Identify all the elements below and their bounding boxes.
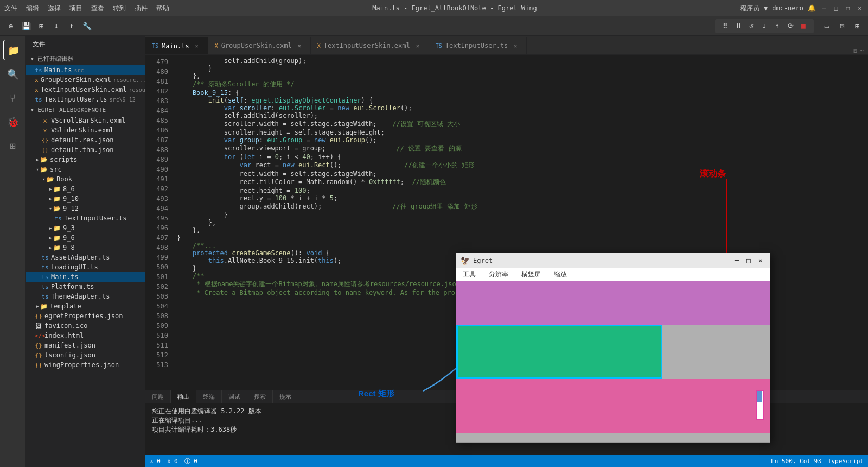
menu-file[interactable]: 文件 xyxy=(4,4,17,13)
tab-main-ts[interactable]: TS Main.ts ✕ xyxy=(145,37,208,54)
download-button[interactable]: ⬇ xyxy=(50,20,63,33)
tab-textinput-skin-close[interactable]: ✕ xyxy=(413,42,422,49)
debug-step-in[interactable]: ↑ xyxy=(771,20,783,32)
tab-groupuserskin[interactable]: X GroupUserSkin.exml ✕ xyxy=(208,37,311,54)
tab-textinput-ts[interactable]: TS TextInputUser.ts ✕ xyxy=(429,37,527,54)
manifest-file[interactable]: {} manifest.json xyxy=(26,340,145,350)
egret-maximize-button[interactable]: □ xyxy=(744,256,754,266)
json-file-icon: {} xyxy=(41,137,49,144)
new-file-button[interactable]: ⊕ xyxy=(4,20,17,33)
layout-split[interactable]: ⧈ xyxy=(835,20,848,33)
open-file-textinput-ts[interactable]: ts TextInputUser.ts src\9_12 xyxy=(26,94,145,104)
index-html-file[interactable]: </> index.html xyxy=(26,331,145,340)
tab-textinput-ts-close[interactable]: ✕ xyxy=(511,42,520,49)
assetadapter-file[interactable]: ts AssetAdapter.ts xyxy=(26,253,145,262)
line-numbers: 479 480 481 482 483 484 485 486 487 488 … xyxy=(145,55,173,390)
user-dropdown[interactable]: ▼ xyxy=(764,4,768,12)
folder-9_6[interactable]: ▶ 📁 9_6 xyxy=(26,233,145,243)
menu-select[interactable]: 选择 xyxy=(48,4,61,13)
debug-reload[interactable]: ⟳ xyxy=(784,20,796,32)
open-file-group-user-skin[interactable]: x GroupUserSkin.exml resourc... xyxy=(26,75,145,85)
menu-project[interactable]: 项目 xyxy=(69,4,82,13)
sidebar-search-icon[interactable]: 🔍 xyxy=(3,64,23,84)
menu-view[interactable]: 查看 xyxy=(91,4,104,13)
8_6-arrow-icon: ▶ xyxy=(48,186,53,192)
book-folder[interactable]: ▾ 📂 Book xyxy=(26,174,145,184)
vsliderskin-file[interactable]: x VSliderSkin.exml xyxy=(26,125,145,135)
tab-main-ts-close[interactable]: ✕ xyxy=(193,42,201,49)
tab-groupuserskin-close[interactable]: ✕ xyxy=(295,42,304,49)
default-thm-file[interactable]: {} default.thm.json xyxy=(26,145,145,155)
folder-9_10[interactable]: ▶ 📁 9_10 xyxy=(26,194,145,204)
debug-stop[interactable]: ■ xyxy=(797,20,809,32)
sidebar-extensions-icon[interactable]: ⊞ xyxy=(3,136,23,155)
open-editors-section[interactable]: ▾ 已打开编辑器 xyxy=(26,53,145,65)
tab-output[interactable]: 输出 xyxy=(171,390,196,403)
favicon-file[interactable]: 🖼 favicon.ico xyxy=(26,321,145,331)
layout-grid[interactable]: ⊞ xyxy=(851,20,864,33)
main-ts-file[interactable]: ts Main.ts xyxy=(26,272,145,282)
wingproperties-file[interactable]: {} wingProperties.json xyxy=(26,360,145,370)
maximize-button[interactable]: □ xyxy=(832,4,840,12)
folder-8_6[interactable]: ▶ 📁 8_6 xyxy=(26,184,145,194)
folder-9_8[interactable]: ▶ 📁 9_8 xyxy=(26,243,145,253)
default-res-file[interactable]: {} default.res.json xyxy=(26,135,145,145)
themeadapter-file[interactable]: ts ThemeAdapter.ts xyxy=(26,292,145,301)
folder-icon: 📂 xyxy=(40,156,48,163)
textinput-ts-file[interactable]: ts TextInputUser.ts xyxy=(26,213,145,223)
open-file-main-ts[interactable]: ts Main.ts src xyxy=(26,65,145,75)
layout-single[interactable]: ▭ xyxy=(820,20,833,33)
egret-close-button[interactable]: ✕ xyxy=(756,256,765,266)
tab-search[interactable]: 搜索 xyxy=(247,390,273,403)
tab-hints[interactable]: 提示 xyxy=(273,390,298,403)
code-line-496: rect.height = 100; xyxy=(173,187,868,194)
more-actions-button[interactable]: ⋯ xyxy=(860,47,864,54)
sidebar-git-icon[interactable]: ⑂ xyxy=(3,88,23,108)
platform-file[interactable]: ts Platform.ts xyxy=(26,282,145,292)
tab-terminal[interactable]: 终端 xyxy=(196,390,222,403)
9_10-folder-icon: 📁 xyxy=(53,195,61,203)
egret-menu-zoom[interactable]: 缩放 xyxy=(552,270,569,279)
loadingui-file[interactable]: ts LoadingUI.ts xyxy=(26,262,145,272)
debug-pause[interactable]: ⏸ xyxy=(732,20,744,32)
tab-problems[interactable]: 问题 xyxy=(145,390,171,403)
menu-help[interactable]: 帮助 xyxy=(156,4,169,13)
close-button[interactable]: ✕ xyxy=(856,4,864,12)
tab-textinput-skin[interactable]: X TextInputUserSkin.exml ✕ xyxy=(311,37,429,54)
src-folder[interactable]: ▾ 📂 src xyxy=(26,165,145,174)
restore-button[interactable]: ❐ xyxy=(844,4,852,12)
notification-icon[interactable]: 🔔 xyxy=(808,4,816,12)
egret-menu-tools[interactable]: 工具 xyxy=(461,270,478,279)
menu-goto[interactable]: 转到 xyxy=(113,4,126,13)
egret-menu-orientation[interactable]: 横竖屏 xyxy=(519,270,543,279)
statusbar-right: Ln 500, Col 93 TypeScript xyxy=(771,458,864,465)
tab-debug[interactable]: 调试 xyxy=(222,390,247,403)
egret-minimize-button[interactable]: ─ xyxy=(732,256,742,266)
egret-menu-resolution[interactable]: 分辨率 xyxy=(487,270,510,279)
split-editor-button[interactable]: ⧈ xyxy=(853,47,858,54)
folder-9_12[interactable]: ▾ 📂 9_12 xyxy=(26,204,145,213)
tools-button[interactable]: 🔧 xyxy=(80,20,93,33)
menu-plugins[interactable]: 插件 xyxy=(135,4,148,13)
tab-textinput-skin-icon: X xyxy=(317,43,321,49)
upload-button[interactable]: ⬆ xyxy=(65,20,78,33)
code-line-493: var rect = new eui.Rect(); //创建一个小小的 矩形 xyxy=(173,161,868,170)
minimize-button[interactable]: ─ xyxy=(820,4,828,12)
save-button[interactable]: 💾 xyxy=(20,20,33,33)
open-file-textinput-skin[interactable]: x TextInputUserSkin.exml resou... xyxy=(26,85,145,94)
sidebar-explorer-icon[interactable]: 📁 xyxy=(3,40,23,60)
vscrollbarskin-file[interactable]: x VScrollBarSkin.exml xyxy=(26,116,145,125)
project-section[interactable]: ▾ EGRET_ALLBOOKOFNOTE xyxy=(26,104,145,116)
egretproperties-file[interactable]: {} egretProperties.json xyxy=(26,311,145,321)
folder-9_3[interactable]: ▶ 📁 9_3 xyxy=(26,223,145,233)
menu-bar[interactable]: 文件 编辑 选择 项目 查看 转到 插件 帮助 xyxy=(4,4,169,13)
debug-restart[interactable]: ↺ xyxy=(745,20,757,32)
scripts-folder[interactable]: ▶ 📂 scripts xyxy=(26,155,145,165)
debug-step-over[interactable]: ↓ xyxy=(758,20,770,32)
save-all-button[interactable]: ⊞ xyxy=(35,20,48,33)
sidebar-debug-icon[interactable]: 🐞 xyxy=(3,112,23,131)
tsconfig-file[interactable]: {} tsconfig.json xyxy=(26,350,145,360)
menu-edit[interactable]: 编辑 xyxy=(26,4,39,13)
template-folder[interactable]: ▶ 📁 template xyxy=(26,301,145,311)
code-line-504: /**... xyxy=(173,242,868,249)
